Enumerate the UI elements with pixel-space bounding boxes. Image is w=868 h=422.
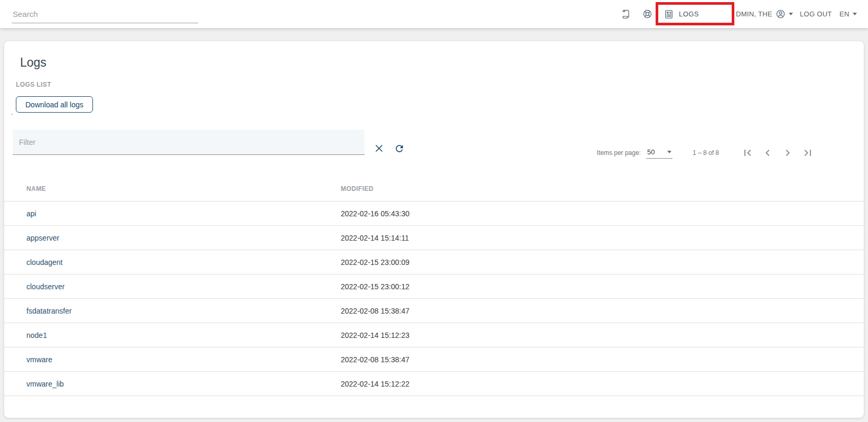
chevron-down-icon (853, 13, 857, 15)
search-input[interactable] (12, 7, 198, 23)
download-all-logs-button[interactable]: Download all logs (16, 96, 93, 113)
help-lifebuoy-icon[interactable] (642, 0, 653, 28)
refresh-icon[interactable] (394, 143, 405, 154)
top-bar: LOGS DMIN, THE LOG OUT EN (0, 0, 868, 28)
language-label: EN (839, 10, 850, 18)
newspaper-icon (664, 9, 674, 20)
paginator: Items per page: 50 1 – 8 of 8 (597, 146, 814, 159)
log-name-link[interactable]: api (26, 209, 36, 218)
filter-band: Items per page: 50 1 – 8 of 8 (4, 130, 864, 155)
first-page-button[interactable] (741, 146, 754, 159)
user-menu-label: DMIN, THE (736, 10, 772, 18)
log-modified: 2022-02-15 23:00:12 (341, 282, 864, 291)
last-page-button[interactable] (801, 146, 814, 159)
column-header-name: NAME (26, 185, 341, 192)
chevron-down-icon (667, 151, 671, 153)
log-modified: 2022-02-08 15:38:47 (341, 307, 864, 315)
column-header-modified: MODIFIED (341, 185, 864, 192)
log-name-link[interactable]: vmware_lib (26, 380, 64, 388)
log-modified: 2022-02-08 15:38:47 (341, 355, 864, 364)
table-row[interactable]: cloudagent 2022-02-15 23:00:09 (4, 250, 864, 274)
logout-label: LOG OUT (800, 10, 832, 18)
filter-input[interactable] (13, 130, 365, 154)
table-row[interactable]: node1 2022-02-14 15:12:23 (4, 323, 864, 347)
log-modified: 2022-02-15 23:00:09 (341, 258, 864, 267)
log-modified: 2022-02-14 15:12:22 (341, 380, 864, 388)
logout-button[interactable]: LOG OUT (800, 0, 832, 28)
table-row[interactable]: cloudserver 2022-02-15 23:00:12 (4, 274, 864, 299)
table-row[interactable]: fsdatatransfer 2022-02-08 15:38:47 (4, 299, 864, 323)
table-row[interactable]: vmware_lib 2022-02-14 15:12:22 (4, 372, 864, 396)
logs-card: Logs LOGS LIST Download all logs . Items… (4, 41, 864, 418)
stray-dot: . (11, 109, 13, 116)
items-per-page-label: Items per page: (597, 149, 641, 157)
clear-filter-icon[interactable] (374, 143, 384, 153)
global-search (12, 7, 198, 23)
page-range-label: 1 – 8 of 8 (693, 149, 719, 157)
user-avatar-icon (776, 9, 786, 19)
log-modified: 2022-02-14 15:14:11 (341, 234, 864, 242)
page-title: Logs (4, 41, 864, 70)
page-size-select[interactable]: 50 (646, 147, 673, 159)
previous-page-button[interactable] (761, 146, 774, 159)
log-name-link[interactable]: vmware (26, 355, 52, 364)
table-row[interactable]: appserver 2022-02-14 15:14:11 (4, 226, 864, 250)
log-name-link[interactable]: node1 (26, 331, 47, 340)
table-row[interactable]: vmware 2022-02-08 15:38:47 (4, 347, 864, 372)
log-name-link[interactable]: cloudagent (26, 258, 63, 267)
nav-logs-label: LOGS (679, 10, 699, 18)
filter-field (13, 130, 365, 155)
log-modified: 2022-02-14 15:12:23 (341, 331, 864, 340)
next-page-button[interactable] (781, 146, 794, 159)
log-name-link[interactable]: fsdatatransfer (26, 307, 72, 315)
log-modified: 2022-02-16 05:43:30 (341, 209, 864, 218)
user-menu[interactable]: DMIN, THE (736, 0, 793, 28)
page-background: Logs LOGS LIST Download all logs . Items… (0, 28, 868, 422)
log-name-link[interactable]: appserver (26, 234, 59, 242)
chevron-down-icon (789, 13, 793, 15)
license-scroll-icon[interactable] (620, 0, 631, 28)
section-label: LOGS LIST (16, 81, 864, 88)
table-header-row: NAME MODIFIED (4, 176, 864, 201)
table-row[interactable]: api 2022-02-16 05:43:30 (4, 201, 864, 226)
language-menu[interactable]: EN (839, 0, 857, 28)
log-name-link[interactable]: cloudserver (26, 282, 64, 291)
nav-logs-button[interactable]: LOGS (664, 0, 699, 28)
logs-table: NAME MODIFIED api 2022-02-16 05:43:30 ap… (4, 176, 864, 396)
page-size-value: 50 (647, 148, 655, 156)
